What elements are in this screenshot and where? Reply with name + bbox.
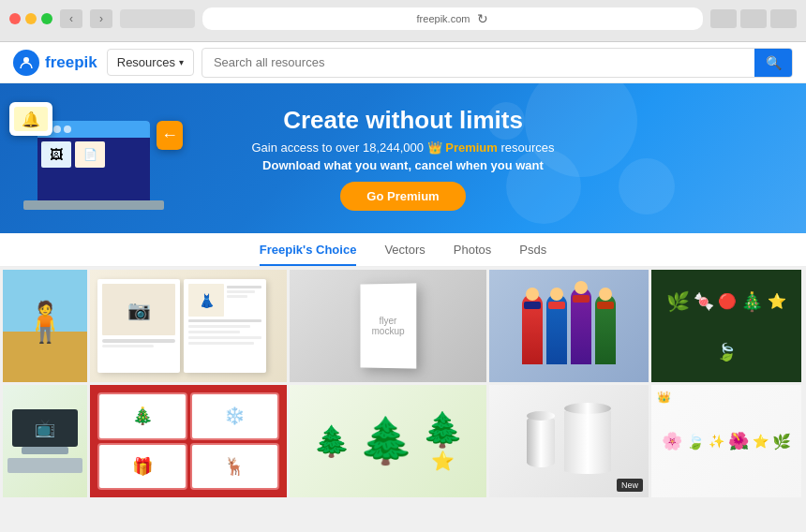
card-2: ❄️ [190,392,280,440]
resources-label: Resources [117,55,175,69]
star-1: ✨ [709,434,724,449]
logo-text: freepik [45,53,97,72]
new-badge: New [617,479,643,492]
grid-item-xmas-trees[interactable]: 🌲 🌲 🌲 ⭐ [290,385,486,497]
holly-icon: 🌿 [666,290,690,313]
tabs-bar: Freepik's Choice Vectors Photos Psds [0,233,806,267]
bg-circle-3 [619,158,675,214]
go-premium-button[interactable]: Go Premium [340,182,465,211]
logo-icon [13,50,39,76]
hero-tagline: Download what you want, cancel when you … [251,158,554,172]
grid-item-magazine[interactable]: 📷 👗 [90,270,287,382]
address-bar[interactable]: freepik.com ↻ [202,7,703,30]
premium-crown-badge: 👑 [657,391,671,404]
hero-subtitle: Gain access to over 18,244,000 👑 Premium… [251,140,554,155]
toolbar-btn-2[interactable] [740,9,767,28]
chevron-down-icon: ▾ [179,57,184,67]
tv-room-scene: 📺 [7,409,82,473]
cylinder-mockup [527,408,611,474]
grid-item-flyer[interactable]: flyermockup [290,270,486,382]
leaf-2: 🌿 [772,433,791,451]
search-input[interactable] [202,55,754,69]
browser-tab[interactable] [120,9,195,28]
grid-item-jump[interactable]: 🧍 [3,270,87,382]
search-bar: 🔍 [202,48,793,78]
search-icon: 🔍 [766,55,782,70]
freepik-navbar: freepik Resources ▾ 🔍 [0,42,806,83]
tab-freepiks-choice[interactable]: Freepik's Choice [260,243,357,266]
tree-small: 🌲 [313,423,351,459]
toolbar-btn-3[interactable] [770,9,797,28]
hero-banner: 🖼 📄 🔔 ← Create without limits Gain acces… [0,83,806,233]
search-button[interactable]: 🔍 [754,48,792,78]
toolbar-buttons [710,9,797,28]
back-button[interactable]: ‹ [60,9,82,28]
laptop-base [23,200,164,210]
forward-button[interactable]: › [90,9,112,28]
minimize-button[interactable] [25,13,37,24]
grid-item-cylinder[interactable]: New [489,385,649,497]
tree-medium: 🌲 [358,415,414,467]
jump-figure: 🧍 [21,299,69,345]
traffic-lights [9,13,52,24]
tree-large: 🌲 ⭐ [422,410,464,472]
resources-dropdown[interactable]: Resources ▾ [107,49,194,76]
leaf-icon: 🍃 [716,342,737,362]
browser-chrome: ‹ › freepik.com ↻ [0,0,806,42]
floating-card-1: 🔔 [9,102,52,136]
url-text: freepik.com [417,13,470,24]
card-1: 🎄 [97,392,187,440]
toolbar-btn-1[interactable] [710,9,737,28]
candy-icon: 🍬 [694,291,714,312]
svg-point-0 [23,57,29,63]
ornament-icon: 🎄 [740,290,764,313]
card-3: 🎁 [97,443,187,491]
tab-psds[interactable]: Psds [519,243,546,266]
laptop-screen: 🖼 📄 [37,121,150,200]
tab-vectors[interactable]: Vectors [384,243,425,266]
magazine-pages: 📷 👗 [90,270,287,382]
hero-subtitle-text: Gain access to over 18,244,000 [251,140,424,155]
card-4: 🦌 [190,443,280,491]
tab-photos[interactable]: Photos [454,243,491,266]
image-grid: 🧍 📷 👗 [0,267,806,500]
star-icon: ⭐ [768,292,786,310]
close-button[interactable] [9,13,21,24]
flyer-mockup: flyermockup [360,283,416,368]
crown-icon: 👑 [427,140,446,155]
grid-item-xmas-dark[interactable]: 🌿 🍬 🔴 🎄 ⭐ 🍃 [651,270,801,382]
hero-illustration: 🖼 📄 🔔 ← [0,83,197,233]
flower-1: 🌸 [662,431,682,451]
grid-item-floral[interactable]: 🌸 🍃 ✨ 🌺 ⭐ 🌿 👑 [651,385,801,497]
floating-card-2: ← [157,121,183,150]
hero-subtitle-suffix: resources [501,140,555,155]
grid-item-xmas-cards[interactable]: 🎄 ❄️ 🎁 🦌 [90,385,287,497]
sparkle-1: ⭐ [753,434,769,449]
grid-item-soldiers[interactable] [489,270,649,382]
berry-1: 🌺 [728,431,749,451]
refresh-button[interactable]: ↻ [477,11,488,26]
berry-icon: 🔴 [718,292,737,310]
leaf-1: 🍃 [686,433,705,451]
hero-title: Create without limits [251,106,554,135]
premium-label: Premium [445,140,498,155]
hero-content: Create without limits Gain access to ove… [251,106,554,211]
freepik-logo[interactable]: freepik [13,50,97,76]
maximize-button[interactable] [41,13,52,24]
grid-item-tv-room[interactable]: 📺 [3,385,87,497]
soldier-group [522,288,616,364]
